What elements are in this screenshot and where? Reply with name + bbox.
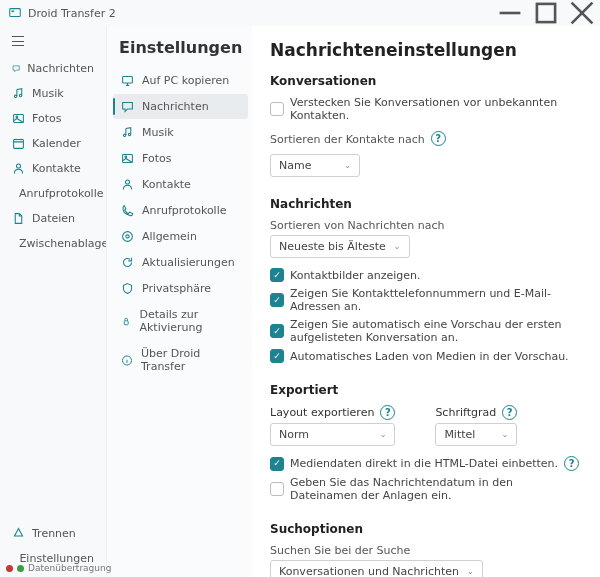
subnav-item-pc[interactable]: Auf PC kopieren xyxy=(113,68,248,93)
search-scope-select[interactable]: Konversationen und Nachrichten⌄ xyxy=(270,560,483,577)
svg-point-19 xyxy=(125,156,127,158)
nav-item-trennen[interactable]: Trennen xyxy=(4,521,102,546)
nav-label: Zwischenablage xyxy=(19,237,108,250)
svg-point-11 xyxy=(16,164,20,168)
nav-item-kalender[interactable]: Kalender xyxy=(4,131,102,156)
nav-item-kontakte[interactable]: Kontakte xyxy=(4,156,102,181)
maximize-button[interactable] xyxy=(528,0,564,26)
subnav-item-akt[interactable]: Aktualisierungen xyxy=(113,250,248,275)
trennen-icon xyxy=(12,527,25,540)
dateien-icon xyxy=(12,212,25,225)
nav-label: Dateien xyxy=(32,212,75,225)
font-size-label: Schriftgrad xyxy=(435,406,496,419)
nav-label: Kontakte xyxy=(32,162,81,175)
uber-icon xyxy=(121,354,133,367)
hamburger-button[interactable] xyxy=(4,32,102,50)
subnav-item-uber[interactable]: Über Droid Transfer xyxy=(113,341,248,379)
fotos-icon xyxy=(121,152,134,165)
svg-point-20 xyxy=(125,180,129,184)
nav-label: Anrufprotokolle xyxy=(19,187,104,200)
help-icon[interactable]: ? xyxy=(380,405,395,420)
export-layout-select[interactable]: Norm⌄ xyxy=(270,423,395,446)
sort-contacts-label: Sortieren der Kontakte nach xyxy=(270,133,425,146)
status-bar: Datenübertragung xyxy=(0,559,117,577)
show-phone-email-checkbox[interactable] xyxy=(270,293,284,307)
svg-point-6 xyxy=(14,95,16,97)
svg-point-22 xyxy=(123,232,133,242)
subnav-label: Musik xyxy=(142,126,174,139)
font-size-select[interactable]: Mittel⌄ xyxy=(435,423,517,446)
hide-unknown-checkbox[interactable] xyxy=(270,102,284,116)
nachrichten-icon xyxy=(12,62,20,75)
nav-label: Musik xyxy=(32,87,64,100)
nav-item-fotos[interactable]: Fotos xyxy=(4,106,102,131)
help-icon[interactable]: ? xyxy=(564,456,579,471)
page-title: Nachrichteneinstellungen xyxy=(270,40,582,60)
nav-item-zwischen[interactable]: Zwischenablage xyxy=(4,231,102,256)
sort-contacts-select[interactable]: Name⌄ xyxy=(270,154,360,177)
section-nachrichten: Nachrichten xyxy=(270,197,582,211)
subnav-item-kontakte[interactable]: Kontakte xyxy=(113,172,248,197)
nav-label: Trennen xyxy=(32,527,76,540)
nav-label: Kalender xyxy=(32,137,81,150)
musik-icon xyxy=(12,87,25,100)
svg-point-17 xyxy=(128,133,130,135)
subnav-label: Privatsphäre xyxy=(142,282,211,295)
subnav-item-priv[interactable]: Privatsphäre xyxy=(113,276,248,301)
auto-load-media-checkbox[interactable] xyxy=(270,349,284,363)
chevron-down-icon: ⌄ xyxy=(467,567,474,576)
svg-rect-10 xyxy=(14,139,24,148)
fotos-icon xyxy=(12,112,25,125)
section-exportiert: Exportiert xyxy=(270,383,582,397)
allg-icon xyxy=(121,230,134,243)
nav-label: Nachrichten xyxy=(27,62,94,75)
chevron-down-icon: ⌄ xyxy=(501,430,508,439)
status-text: Datenübertragung xyxy=(28,563,111,573)
subnav-label: Kontakte xyxy=(142,178,191,191)
embed-media-checkbox[interactable] xyxy=(270,457,284,471)
status-dot-red xyxy=(6,565,13,572)
subnav-item-allg[interactable]: Allgemein xyxy=(113,224,248,249)
svg-rect-0 xyxy=(10,9,21,17)
svg-rect-23 xyxy=(124,320,128,324)
nav-item-dateien[interactable]: Dateien xyxy=(4,206,102,231)
help-icon[interactable]: ? xyxy=(431,131,446,146)
sort-messages-label: Sortieren von Nachrichten nach xyxy=(270,219,582,232)
subnav-item-nachrichten[interactable]: Nachrichten xyxy=(113,94,248,119)
svg-rect-3 xyxy=(537,4,555,22)
kalender-icon xyxy=(12,137,25,150)
title-bar: Droid Transfer 2 xyxy=(0,0,600,26)
hide-unknown-label: Verstecken Sie Konversationen vor unbeka… xyxy=(290,96,582,122)
close-button[interactable] xyxy=(564,0,600,26)
subnav-label: Allgemein xyxy=(142,230,197,243)
subnav-item-fotos[interactable]: Fotos xyxy=(113,146,248,171)
svg-rect-1 xyxy=(12,10,15,12)
subnav-item-musik[interactable]: Musik xyxy=(113,120,248,145)
sort-messages-select[interactable]: Neueste bis Älteste⌄ xyxy=(270,235,410,258)
section-konversationen: Konversationen xyxy=(270,74,582,88)
auto-preview-checkbox[interactable] xyxy=(270,324,284,338)
nav-item-nachrichten[interactable]: Nachrichten xyxy=(4,56,102,81)
contact-images-checkbox[interactable] xyxy=(270,268,284,282)
help-icon[interactable]: ? xyxy=(502,405,517,420)
export-layout-label: Layout exportieren xyxy=(270,406,374,419)
svg-rect-15 xyxy=(123,76,133,83)
nav-item-musik[interactable]: Musik xyxy=(4,81,102,106)
anruf-icon xyxy=(121,204,134,217)
subnav-item-anruf[interactable]: Anrufprotokolle xyxy=(113,198,248,223)
minimize-button[interactable] xyxy=(492,0,528,26)
priv-icon xyxy=(121,282,134,295)
search-scope-label: Suchen Sie bei der Suche xyxy=(270,544,582,557)
subnav-label: Auf PC kopieren xyxy=(142,74,229,87)
date-filename-checkbox[interactable] xyxy=(270,482,284,496)
subnav-item-detail[interactable]: Details zur Aktivierung xyxy=(113,302,248,340)
subnav-label: Aktualisierungen xyxy=(142,256,235,269)
content-pane: Nachrichteneinstellungen Konversationen … xyxy=(252,26,600,577)
nachrichten-icon xyxy=(121,100,134,113)
chevron-down-icon: ⌄ xyxy=(394,242,401,251)
subnav-label: Anrufprotokolle xyxy=(142,204,227,217)
musik-icon xyxy=(121,126,134,139)
subnav-label: Details zur Aktivierung xyxy=(139,308,240,334)
primary-nav: NachrichtenMusikFotosKalenderKontakteAnr… xyxy=(0,26,106,577)
nav-item-anruf[interactable]: Anrufprotokolle xyxy=(4,181,102,206)
